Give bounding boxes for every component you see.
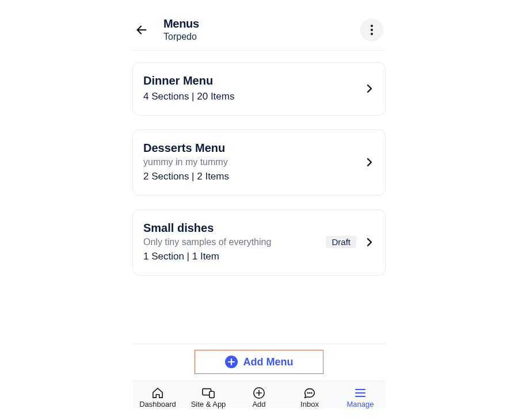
tab-label: Site & App xyxy=(191,400,226,408)
svg-point-11 xyxy=(307,392,308,393)
menu-card[interactable]: Small dishes Only tiny samples of everyt… xyxy=(132,209,386,276)
menu-card-meta: 2 Sections | 2 Items xyxy=(143,171,229,182)
menu-card-meta: 4 Sections | 20 Items xyxy=(143,91,234,102)
tab-dashboard[interactable]: Dashboard xyxy=(134,387,182,408)
menu-card-title: Dinner Menu xyxy=(143,74,234,87)
tab-label: Manage xyxy=(347,400,374,408)
menu-card-title: Desserts Menu xyxy=(143,142,229,155)
tab-label: Dashboard xyxy=(139,400,176,408)
back-button[interactable] xyxy=(135,23,148,37)
chevron-right-icon xyxy=(364,157,375,167)
menu-card-title: Small dishes xyxy=(143,222,271,235)
devices-icon xyxy=(201,387,216,399)
svg-point-1 xyxy=(371,25,373,27)
menu-card-right: Draft xyxy=(326,236,375,248)
more-button[interactable] xyxy=(360,18,383,41)
svg-point-13 xyxy=(311,392,312,393)
menu-list: Dinner Menu 4 Sections | 20 Items Desser… xyxy=(132,51,386,276)
header-left: Menus Torpedo xyxy=(135,17,199,42)
title-block: Menus Torpedo xyxy=(163,17,199,42)
tab-bar: Dashboard Site & App Add Inbox xyxy=(132,381,386,408)
menu-card[interactable]: Dinner Menu 4 Sections | 20 Items xyxy=(132,62,386,116)
arrow-left-icon xyxy=(135,24,148,36)
home-icon xyxy=(150,387,165,399)
tab-add[interactable]: Add xyxy=(235,387,283,408)
chevron-right-icon xyxy=(364,237,375,247)
tab-label: Add xyxy=(252,400,265,408)
chat-icon xyxy=(302,387,317,399)
menu-lines-icon xyxy=(353,387,368,399)
menu-card-info: Dinner Menu 4 Sections | 20 Items xyxy=(143,74,234,102)
menu-card-right xyxy=(364,157,375,167)
menu-card-info: Small dishes Only tiny samples of everyt… xyxy=(143,222,271,262)
tab-inbox[interactable]: Inbox xyxy=(285,387,334,408)
tab-label: Inbox xyxy=(300,400,319,408)
page-subtitle: Torpedo xyxy=(163,32,199,42)
menu-card[interactable]: Desserts Menu yummy in my tummy 2 Sectio… xyxy=(132,129,386,196)
more-vertical-icon xyxy=(370,24,374,36)
menu-card-meta: 1 Section | 1 Item xyxy=(143,251,271,262)
menu-card-info: Desserts Menu yummy in my tummy 2 Sectio… xyxy=(143,142,229,182)
plus-circle-icon xyxy=(225,356,238,368)
app-root: Menus Torpedo Dinner Menu 4 Sections | 2… xyxy=(0,0,518,420)
menu-card-desc: yummy in my tummy xyxy=(143,157,229,167)
chevron-right-icon xyxy=(364,83,375,94)
page-title: Menus xyxy=(163,17,199,30)
tab-manage[interactable]: Manage xyxy=(336,387,384,408)
add-menu-button[interactable]: Add Menu xyxy=(195,350,323,374)
svg-point-2 xyxy=(371,29,373,31)
menu-card-desc: Only tiny samples of everything xyxy=(143,237,271,247)
plus-circle-outline-icon xyxy=(252,387,266,399)
svg-point-12 xyxy=(309,392,310,393)
content-area: Menus Torpedo Dinner Menu 4 Sections | 2… xyxy=(132,0,386,276)
svg-point-3 xyxy=(371,33,373,35)
footer-area: Add Menu Dashboard Site & App Add xyxy=(132,343,386,408)
status-badge: Draft xyxy=(326,236,356,248)
svg-rect-7 xyxy=(210,391,214,398)
footer-divider xyxy=(132,343,386,344)
menu-card-right xyxy=(364,83,375,94)
add-menu-label: Add Menu xyxy=(243,356,294,368)
tab-site-app[interactable]: Site & App xyxy=(184,387,233,408)
header: Menus Torpedo xyxy=(132,17,386,51)
